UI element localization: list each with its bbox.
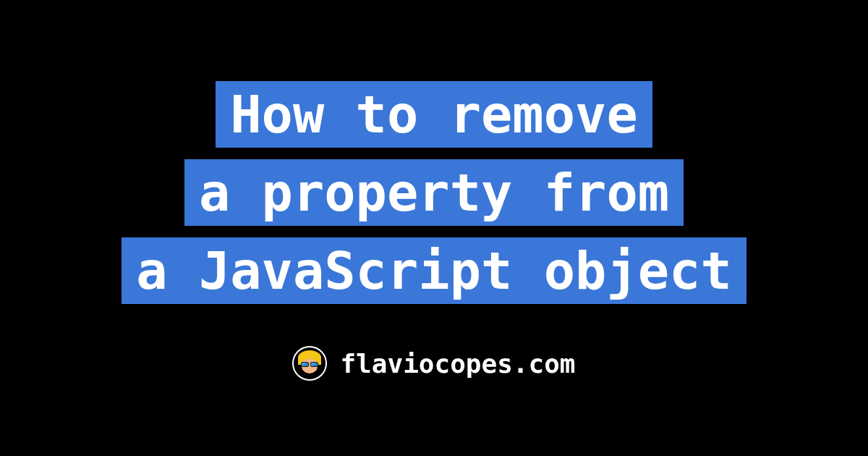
footer: flaviocopes.com bbox=[292, 346, 575, 381]
title-line-3: a JavaScript object bbox=[122, 237, 746, 304]
title-line-2: a property from bbox=[184, 159, 684, 226]
avatar bbox=[292, 346, 327, 381]
site-name: flaviocopes.com bbox=[340, 349, 575, 379]
page-title: How to remove a property from a JavaScri… bbox=[122, 75, 746, 310]
title-line-1: How to remove bbox=[216, 81, 652, 148]
